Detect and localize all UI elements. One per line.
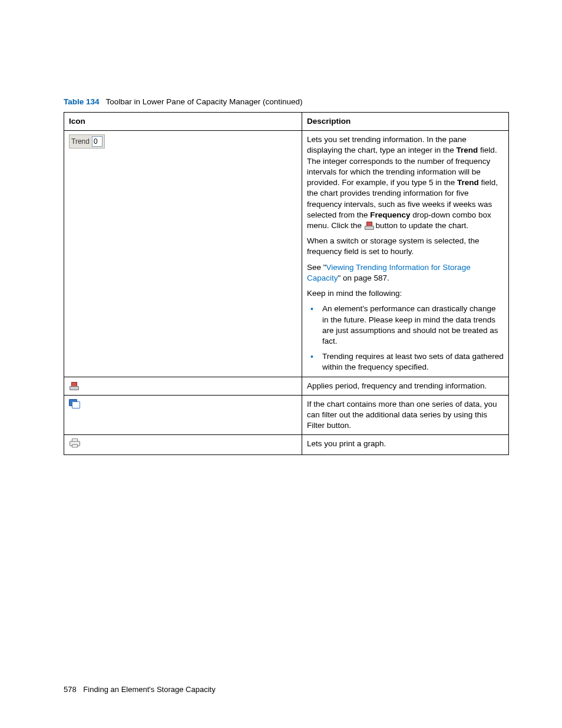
cell-desc-trend: Lets you set trending information. In th… (302, 131, 508, 377)
trend-label: Trend (71, 137, 92, 146)
page-footer: 578 Finding an Element's Storage Capacit… (64, 685, 216, 694)
table-row: Trend 0 Lets you set trending informatio… (64, 131, 509, 377)
apply-icon (364, 222, 373, 230)
trend-widget[interactable]: Trend 0 (69, 134, 105, 149)
trend-desc-p4: Keep in mind the following: (307, 288, 504, 299)
toolbar-table: Icon Description Trend 0 Lets you set tr… (64, 112, 509, 455)
table-row: Lets you print a graph. (64, 435, 509, 454)
cell-desc-filter: If the chart contains more than one seri… (302, 395, 508, 435)
apply-icon[interactable] (69, 382, 78, 390)
cell-icon-filter (64, 395, 302, 435)
table-number: Table 134 (64, 97, 100, 106)
cell-icon-apply (64, 377, 302, 395)
cell-desc-apply: Applies period, frequency and trending i… (302, 377, 508, 395)
filter-icon[interactable] (69, 399, 80, 408)
cell-icon-print (64, 435, 302, 454)
document-page: Table 134 Toolbar in Lower Pane of Capac… (0, 0, 562, 728)
table-row: If the chart contains more than one seri… (64, 395, 509, 435)
trend-bullets: An element's performance can drastically… (307, 304, 504, 373)
header-description: Description (302, 113, 508, 131)
table-caption-text: Toolbar in Lower Pane of Capacity Manage… (106, 97, 303, 106)
list-item: Trending requires at least two sets of d… (318, 351, 504, 373)
table-caption: Table 134 Toolbar in Lower Pane of Capac… (64, 97, 509, 106)
cell-icon-trend: Trend 0 (64, 131, 302, 377)
trend-desc-p2: When a switch or storage system is selec… (307, 236, 504, 257)
footer-section: Finding an Element's Storage Capacity (83, 685, 215, 694)
table-row: Applies period, frequency and trending i… (64, 377, 509, 395)
cell-desc-print: Lets you print a graph. (302, 435, 508, 454)
trend-desc-p3: See "Viewing Trending Information for St… (307, 262, 504, 284)
table-header-row: Icon Description (64, 113, 509, 131)
list-item: An element's performance can drastically… (318, 304, 504, 347)
trend-input[interactable]: 0 (92, 136, 103, 147)
header-icon: Icon (64, 113, 302, 131)
print-icon[interactable] (69, 439, 80, 447)
trend-desc-p1: Lets you set trending information. In th… (307, 134, 504, 231)
page-number: 578 (64, 685, 77, 694)
